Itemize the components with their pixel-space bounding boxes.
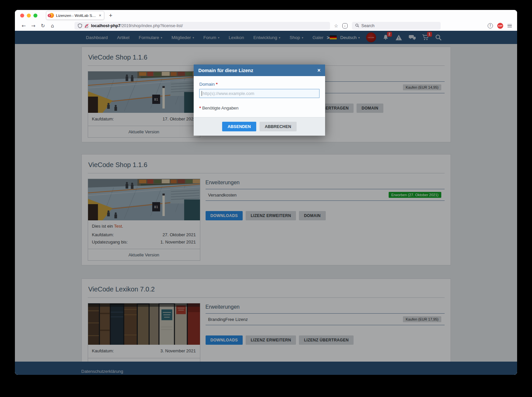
search-placeholder: Search [362, 23, 375, 28]
home-icon[interactable]: ⌂ [48, 23, 57, 28]
adblock-icon[interactable]: ABP [497, 23, 503, 29]
window-zoom-button[interactable] [33, 14, 37, 18]
tab-favicon-badge: 2 [48, 14, 51, 17]
window-controls [20, 14, 37, 18]
url-path: /2019/shop/index.php?license-list/ [121, 23, 183, 28]
submit-button[interactable]: ABSENDEN [222, 122, 256, 131]
tab-strip: 2 Lizenzen - WoltLab Suite × + [15, 10, 517, 21]
page-action-icon[interactable]: ! [488, 23, 493, 28]
dialog-body: Domain * * Benötigte Angaben [194, 76, 325, 117]
domain-dialog: Domain für diese Lizenz × Domain * * Ben… [194, 65, 325, 136]
toolbar-right-icons: ! ABP [488, 23, 513, 29]
url-host: localhost-php7 [91, 23, 121, 28]
browser-search-field[interactable]: Search [352, 22, 441, 30]
window-minimize-button[interactable] [27, 14, 31, 18]
dialog-header: Domain für diese Lizenz × [194, 65, 325, 76]
desktop-background: 2 Lizenzen - WoltLab Suite × + ← → ↻ ⌂ [0, 0, 532, 397]
tab-close-icon[interactable]: × [99, 13, 101, 18]
text-caret [202, 91, 202, 96]
tab-title: Lizenzen - WoltLab Suite [56, 14, 97, 18]
reload-icon[interactable]: ↻ [38, 23, 48, 28]
browser-tab[interactable]: 2 Lizenzen - WoltLab Suite × [46, 11, 104, 20]
pocket-icon[interactable]: ⌄ [342, 23, 348, 28]
forward-icon[interactable]: → [28, 23, 38, 28]
new-tab-button[interactable]: + [109, 13, 113, 19]
insecure-lock-icon[interactable] [84, 24, 89, 28]
tab-favicon: 2 [49, 13, 54, 18]
cancel-button[interactable]: ABBRECHEN [260, 122, 297, 131]
search-magnifier-icon [355, 23, 359, 29]
window-close-button[interactable] [20, 14, 24, 18]
tracking-shield-icon[interactable] [78, 23, 82, 28]
page-viewport: DashboardArtikelFormulare▾Mitglieder▾For… [15, 31, 517, 375]
dialog-close-icon[interactable]: × [317, 68, 320, 73]
browser-toolbar: ← → ↻ ⌂ localhost-php7/2019/shop/index.p… [15, 21, 517, 31]
dialog-title: Domain für diese Lizenz [198, 68, 317, 73]
domain-input[interactable] [199, 89, 319, 98]
browser-window: 2 Lizenzen - WoltLab Suite × + ← → ↻ ⌂ [15, 10, 517, 375]
url-text: localhost-php7/2019/shop/index.php?licen… [91, 23, 183, 28]
dialog-footer: ABSENDEN ABBRECHEN [194, 117, 325, 136]
bookmark-star-icon[interactable]: ☆ [334, 23, 338, 28]
required-fields-note: * Benötigte Angaben [199, 106, 319, 110]
menu-hamburger-icon[interactable] [508, 24, 512, 28]
domain-field-label: Domain * [199, 82, 319, 87]
back-icon[interactable]: ← [19, 23, 28, 28]
url-bar[interactable]: localhost-php7/2019/shop/index.php?licen… [74, 22, 330, 30]
